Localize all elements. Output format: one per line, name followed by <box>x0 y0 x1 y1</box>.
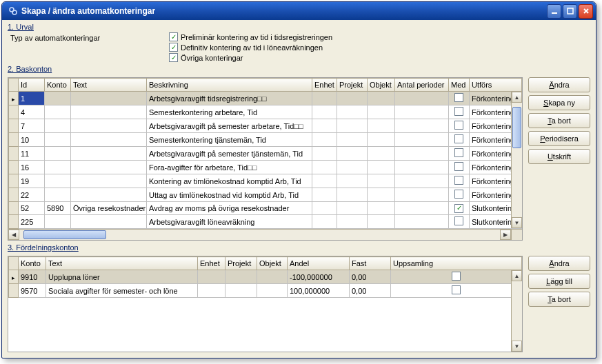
svg-rect-3 <box>568 8 573 14</box>
med-checkbox[interactable] <box>454 134 463 143</box>
column-header[interactable]: Objekt <box>368 79 395 92</box>
column-header[interactable]: Text <box>46 257 198 270</box>
table-row[interactable]: 19Kontering av timlönekostnad komptid Ar… <box>9 174 522 188</box>
column-header[interactable]: Beskrivning <box>147 79 312 92</box>
type-label: Typ av automatkonteringar <box>10 32 128 62</box>
table-row[interactable]: 9910Upplupna löner-100,0000000,00 <box>9 270 522 284</box>
ändra-button[interactable]: Ändra <box>528 77 590 92</box>
med-checkbox[interactable] <box>454 148 463 157</box>
table-row[interactable]: 525890Övriga resekostnaderAvdrag av moms… <box>9 202 522 215</box>
table-row[interactable]: 9570Sociala avgifter för semester- och l… <box>9 284 522 298</box>
column-header[interactable]: Enhet <box>312 79 337 92</box>
checkbox-label: Preliminär kontering av tid i tidsregist… <box>181 33 332 41</box>
uppsamling-checkbox[interactable] <box>452 285 461 294</box>
med-checkbox[interactable] <box>454 107 463 116</box>
table-row[interactable]: 7Arbetsgivaravgift på semester arbetare,… <box>9 119 522 133</box>
table-row[interactable]: 22Uttag av timlönekostnad vid komptid Ar… <box>9 188 522 202</box>
fordelning-heading[interactable]: 3. Fördelningskonton <box>8 243 590 252</box>
checkbox[interactable]: ✓ <box>169 43 178 52</box>
scroll-up-icon[interactable]: ▲ <box>512 92 522 103</box>
med-checkbox[interactable]: ✓ <box>454 204 463 213</box>
column-header[interactable]: Konto <box>45 79 71 92</box>
table-row[interactable]: 10Semesterkontering tjänstemän, TidFörko… <box>9 133 522 147</box>
section-urval: 1. Urval Typ av automatkonteringar ✓Prel… <box>8 23 590 62</box>
column-header[interactable]: Antal perioder <box>395 79 449 92</box>
ändra-button[interactable]: Ändra <box>528 256 590 271</box>
column-header[interactable]: Utförs <box>470 79 522 92</box>
table-row[interactable]: 16Fora-avgifter för arbetare, Tid□□Förko… <box>9 161 522 174</box>
column-header[interactable]: Text <box>71 79 147 92</box>
maximize-button[interactable] <box>563 4 577 19</box>
med-checkbox[interactable] <box>454 190 463 199</box>
checkbox-label: Övriga konteringar <box>181 54 243 62</box>
scroll-down-icon[interactable]: ▼ <box>512 217 522 228</box>
column-header[interactable]: Fast <box>350 257 391 270</box>
column-header[interactable]: Enhet <box>198 257 225 270</box>
scroll-right-icon[interactable]: ▶ <box>500 230 511 240</box>
column-header[interactable]: Uppsamling <box>391 257 522 270</box>
scroll-up-icon[interactable]: ▲ <box>512 270 522 281</box>
table-row[interactable]: 1Arbetsgivaravgift tidsregistrering□□För… <box>9 92 522 105</box>
table-row[interactable]: 11Arbetsgivaravgift på semester tjänstem… <box>9 147 522 161</box>
med-checkbox[interactable] <box>454 162 463 171</box>
column-header[interactable]: Projekt <box>337 79 368 92</box>
med-checkbox[interactable] <box>454 216 463 225</box>
urval-heading[interactable]: 1. Urval <box>8 23 590 31</box>
scroll-down-icon[interactable]: ▼ <box>512 341 522 352</box>
med-checkbox[interactable] <box>454 93 463 102</box>
ta-bort-button[interactable]: Ta bort <box>528 292 590 307</box>
fordelning-table[interactable]: KontoTextEnhetProjektObjektAndelFastUpps… <box>8 256 523 352</box>
close-button[interactable] <box>579 4 593 19</box>
vscroll3[interactable]: ▲ ▼ <box>511 270 522 352</box>
column-header[interactable]: Id <box>19 79 45 92</box>
uppsamling-checkbox[interactable] <box>452 272 461 281</box>
vscroll[interactable]: ▲ ▼ <box>511 92 522 228</box>
baskonton-heading[interactable]: 2. Baskonton <box>8 65 590 73</box>
med-checkbox[interactable] <box>454 121 463 130</box>
lägg-till-button[interactable]: Lägg till <box>528 274 590 289</box>
checkbox[interactable]: ✓ <box>169 53 178 62</box>
checkbox[interactable]: ✓ <box>169 32 178 41</box>
periodisera-button[interactable]: Periodisera <box>528 131 590 146</box>
minimize-button[interactable] <box>547 4 561 19</box>
checkbox-label: Definitiv kontering av tid i löneavräkni… <box>181 43 323 52</box>
table-row[interactable]: 225Arbetsgivaravgift löneavräkningSlutko… <box>9 215 522 229</box>
titlebar: Skapa / ändra automatkonteringar <box>2 2 596 20</box>
app-icon <box>8 6 19 17</box>
window-title: Skapa / ändra automatkonteringar <box>21 6 155 16</box>
skapa-ny-button[interactable]: Skapa ny <box>528 95 590 110</box>
med-checkbox[interactable] <box>454 176 463 185</box>
column-header[interactable]: Med <box>449 79 470 92</box>
utskrift-button[interactable]: Utskrift <box>528 149 590 164</box>
column-header[interactable]: Projekt <box>225 257 257 270</box>
hscroll[interactable]: ◀ ▶ <box>8 229 511 240</box>
svg-point-1 <box>12 10 17 14</box>
column-header[interactable]: Objekt <box>257 257 288 270</box>
svg-rect-2 <box>552 12 557 14</box>
column-header[interactable]: Konto <box>19 257 46 270</box>
baskonton-table[interactable]: IdKontoTextBeskrivningEnhetProjektObjekt… <box>8 77 523 241</box>
scroll-left-icon[interactable]: ◀ <box>8 230 19 240</box>
table-row[interactable]: 4Semesterkontering arbetare, TidFörkonte… <box>9 105 522 119</box>
ta-bort-button[interactable]: Ta bort <box>528 113 590 128</box>
column-header[interactable]: Andel <box>288 257 350 270</box>
